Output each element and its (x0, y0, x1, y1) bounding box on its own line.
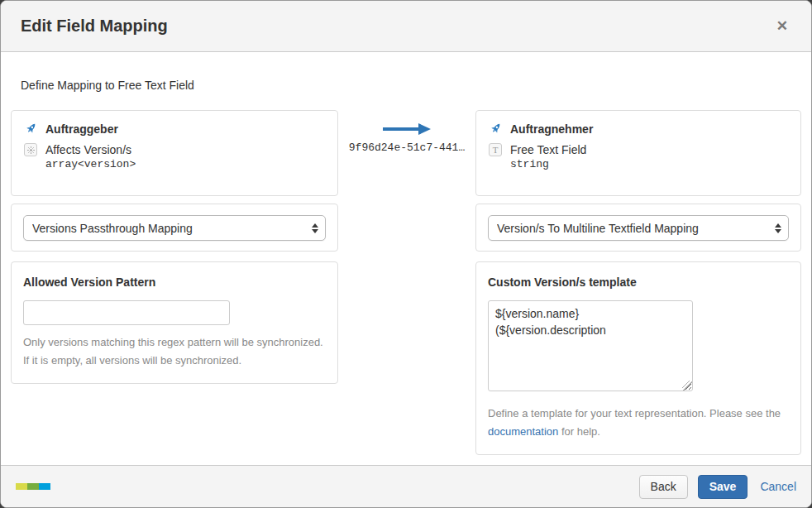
pattern-card-title: Allowed Version Pattern (23, 276, 326, 289)
footer-actions: Back Save Cancel (639, 475, 796, 499)
dialog-title: Edit Field Mapping (21, 17, 168, 36)
template-card-title: Custom Version/s template (488, 276, 789, 289)
field-info-row: Auftraggeber (11, 110, 801, 196)
target-mapping-select[interactable]: Version/s To Multiline Textfield Mapping (488, 215, 789, 241)
version-field-icon (23, 143, 38, 156)
mapping-id: 9f96d24e-51c7-441… (349, 141, 465, 154)
mapping-connector: 9f96d24e-51c7-441… (338, 110, 475, 154)
custom-template-textarea[interactable]: ${version.name} (${version.description (488, 300, 693, 391)
pattern-help-text: Only versions matching this regex patter… (23, 333, 326, 370)
rocket-icon (488, 122, 503, 136)
rocket-icon (23, 122, 38, 136)
custom-template-card: Custom Version/s template ${version.name… (475, 261, 801, 455)
target-field-line: T Free Text Field (488, 143, 789, 156)
brand-logo-icon (16, 483, 50, 490)
target-mapping-card: Version/s To Multiline Textfield Mapping (475, 204, 801, 252)
save-button[interactable]: Save (698, 475, 748, 499)
allowed-version-pattern-input[interactable] (23, 300, 230, 325)
config-row: Allowed Version Pattern Only versions ma… (11, 261, 801, 455)
dialog-header: Edit Field Mapping ✕ (1, 1, 811, 52)
dialog-footer: Back Save Cancel (1, 465, 811, 507)
template-help-text: Define a template for your text represen… (488, 405, 789, 441)
target-field-card: Auftragnehmer T Free Text Field string (475, 110, 801, 196)
source-mapping-card: Versions Passthrough Mapping (11, 204, 338, 252)
source-field-type: array<version> (45, 158, 326, 170)
back-button[interactable]: Back (639, 475, 688, 499)
edit-field-mapping-dialog: Edit Field Mapping ✕ Define Mapping to F… (0, 0, 812, 508)
dialog-body: Define Mapping to Free Text Field (1, 52, 811, 465)
close-icon[interactable]: ✕ (773, 16, 791, 36)
source-project-name: Auftraggeber (45, 122, 118, 136)
documentation-link[interactable]: documentation (488, 425, 558, 438)
allowed-version-pattern-card: Allowed Version Pattern Only versions ma… (11, 261, 338, 384)
mapping-select-row: Versions Passthrough Mapping Version/s T… (11, 204, 801, 252)
text-field-icon: T (488, 143, 503, 156)
target-project-name: Auftragnehmer (510, 122, 593, 136)
dialog-subtitle: Define Mapping to Free Text Field (21, 79, 791, 92)
source-field-name: Affects Version/s (45, 143, 131, 156)
target-field-type: string (510, 158, 789, 170)
arrow-right-icon (383, 123, 431, 135)
source-project-line: Auftraggeber (23, 122, 326, 136)
cancel-link[interactable]: Cancel (760, 480, 796, 493)
source-field-card: Auftraggeber (11, 110, 338, 196)
source-mapping-select[interactable]: Versions Passthrough Mapping (23, 215, 326, 241)
target-project-line: Auftragnehmer (488, 122, 789, 136)
source-field-line: Affects Version/s (23, 143, 326, 156)
target-field-name: Free Text Field (510, 143, 586, 156)
